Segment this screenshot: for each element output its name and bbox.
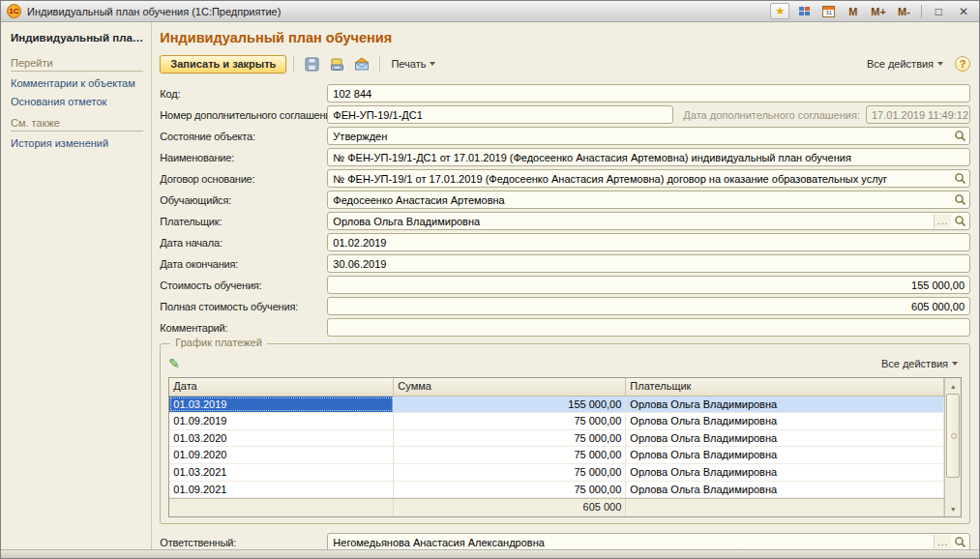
payer-label: Плательщик:: [160, 216, 327, 227]
scroll-up-icon[interactable]: ▲: [945, 378, 961, 394]
table-row[interactable]: 01.09.2019 75 000,00 Орлова Ольга Владим…: [169, 413, 944, 430]
print-label: Печать: [391, 58, 426, 70]
field-row-name: Наименование: № ФЕН-УП-19/1-ДС1 от 17.01…: [160, 148, 970, 166]
table-row[interactable]: 01.09.2020 75 000,00 Орлова Ольга Владим…: [169, 447, 944, 464]
column-header-payer[interactable]: Плательщик: [626, 378, 944, 396]
table-vertical-scrollbar[interactable]: ▲ ▼: [944, 378, 961, 516]
magnifier-icon[interactable]: [951, 214, 968, 228]
sidebar-link-mark-bases[interactable]: Основания отметок: [11, 96, 143, 107]
name-label: Наименование:: [160, 152, 327, 163]
sidebar-link-comments[interactable]: Комментарии к объектам: [11, 77, 143, 89]
start-date-field[interactable]: 01.02.2019: [327, 233, 970, 251]
1c-app-icon: 1С: [7, 4, 21, 18]
code-field[interactable]: 102 844: [327, 84, 970, 103]
chevron-down-icon: [430, 62, 435, 66]
main-toolbar: Записать и закрыть Печать: [160, 52, 970, 75]
field-row-start-date: Дата начала: 01.02.2019: [160, 233, 970, 251]
save-icon[interactable]: [301, 54, 322, 74]
window-title: Индивидуальный план обучения (1С:Предпри…: [27, 6, 281, 17]
field-row-end-date: Дата окончания: 30.06.2019: [160, 254, 970, 273]
scrollbar-thumb[interactable]: [946, 394, 960, 478]
envelope-icon[interactable]: [351, 54, 372, 74]
payment-schedule-toolbar: ✎ Все действия: [168, 354, 962, 373]
memory-plus-button[interactable]: M+: [868, 3, 889, 19]
toolbar-separator: [379, 56, 380, 72]
save-document-icon[interactable]: [326, 54, 347, 74]
close-button[interactable]: ✕: [954, 3, 973, 19]
field-row-payer: Плательщик: Орлова Ольга Владимировна ..…: [160, 212, 970, 230]
code-label: Код:: [160, 88, 327, 100]
column-header-amount[interactable]: Сумма: [394, 378, 626, 396]
cost-field[interactable]: 155 000,00: [327, 276, 970, 294]
all-actions-dropdown[interactable]: Все действия: [863, 58, 947, 70]
main-panel: Индивидуальный план обучения Записать и …: [152, 22, 980, 550]
responsible-label: Ответственный:: [160, 537, 327, 548]
calculator-icon[interactable]: [795, 3, 814, 19]
student-label: Обучающийся:: [160, 194, 327, 206]
cost-label: Стоимость обучения:: [160, 280, 327, 291]
table-header-row: Дата Сумма Плательщик: [169, 378, 944, 397]
titlebar-separator: [921, 5, 922, 18]
table-row[interactable]: 01.03.2020 75 000,00 Орлова Ольга Владим…: [169, 430, 944, 448]
page-title: Индивидуальный план обучения: [160, 30, 970, 45]
save-and-close-button[interactable]: Записать и закрыть: [160, 55, 286, 74]
field-row-student: Обучающийся: Федосеенко Анастасия Артемо…: [160, 191, 970, 209]
choose-button[interactable]: ...: [934, 535, 951, 549]
scroll-down-icon[interactable]: ▼: [945, 501, 961, 516]
table-row[interactable]: 01.09.2021 75 000,00 Орлова Ольга Владим…: [169, 482, 944, 499]
chevron-down-icon: [937, 62, 943, 66]
comment-field[interactable]: [327, 318, 970, 337]
payment-schedule-group: График платежей ✎ Все действия Дата: [160, 343, 970, 524]
star-icon: ★: [775, 6, 785, 16]
calendar-icon[interactable]: 31: [819, 3, 838, 19]
magnifier-icon[interactable]: [951, 535, 968, 549]
toolbar-separator: [293, 56, 294, 72]
memory-minus-button[interactable]: M-: [895, 3, 913, 19]
sidebar-section-goto: Перейти: [11, 57, 143, 72]
student-field[interactable]: Федосеенко Анастасия Артемовна: [327, 191, 970, 209]
favorites-icon[interactable]: ★: [770, 3, 789, 19]
sidebar-link-change-history[interactable]: История изменений: [11, 137, 143, 149]
agreement-date-field: 17.01.2019 11:49:12: [866, 105, 970, 124]
full-cost-field[interactable]: 605 000,00: [327, 297, 970, 315]
object-state-label: Состояние объекта:: [160, 131, 327, 142]
base-contract-label: Договор основание:: [160, 173, 327, 185]
payer-field[interactable]: Орлова Ольга Владимировна ...: [327, 212, 970, 230]
choose-button[interactable]: ...: [934, 214, 951, 228]
magnifier-icon[interactable]: [951, 129, 968, 143]
field-row-full-cost: Полная стоимость обучения: 605 000,00: [160, 297, 970, 315]
column-header-date[interactable]: Дата: [169, 378, 394, 396]
scrollbar-track[interactable]: [945, 394, 961, 501]
titlebar: 1С Индивидуальный план обучения (1С:Пред…: [1, 1, 979, 22]
maximize-button[interactable]: □: [930, 3, 948, 19]
object-state-field[interactable]: Утвержден: [327, 127, 970, 145]
agreement-date-label: Дата дополнительного соглашения:: [683, 109, 860, 121]
print-dropdown[interactable]: Печать: [387, 58, 439, 70]
magnifier-icon[interactable]: [951, 192, 968, 207]
app-window: 1С Индивидуальный план обучения (1С:Пред…: [0, 0, 980, 559]
sidebar-section-see-also: См. также: [11, 117, 143, 132]
field-row-base-contract: Договор основание: № ФЕН-УП-19/1 от 17.0…: [160, 169, 970, 188]
table-row[interactable]: 01.03.2019 155 000,00 Орлова Ольга Влади…: [169, 397, 944, 414]
field-row-agreement-number: Номер дополнительного соглашения: ФЕН-УП…: [160, 105, 970, 124]
schedule-all-actions-dropdown[interactable]: Все действия: [877, 358, 962, 369]
name-field[interactable]: № ФЕН-УП-19/1-ДС1 от 17.01.2019 (Федосее…: [327, 148, 970, 166]
table-footer-row: 605 000: [169, 498, 944, 516]
memory-button[interactable]: M: [844, 3, 862, 19]
sidebar-title: Индивидуальный пла…: [11, 32, 143, 44]
chevron-down-icon: [952, 362, 958, 366]
base-contract-field[interactable]: № ФЕН-УП-19/1 от 17.01.2019 (Федосеенко …: [327, 169, 970, 188]
magnifier-icon[interactable]: [951, 171, 968, 186]
window-bottom-edge: [1, 549, 979, 558]
payment-schedule-title: График платежей: [170, 337, 266, 348]
full-cost-label: Полная стоимость обучения:: [160, 301, 327, 312]
table-row[interactable]: 01.03.2021 75 000,00 Орлова Ольга Владим…: [169, 464, 944, 482]
agreement-number-field[interactable]: ФЕН-УП-19/1-ДС1: [327, 105, 673, 124]
field-row-cost: Стоимость обучения: 155 000,00: [160, 276, 970, 294]
end-date-label: Дата окончания:: [160, 258, 327, 270]
end-date-field[interactable]: 30.06.2019: [327, 254, 970, 273]
field-row-code: Код: 102 844: [160, 84, 970, 103]
edit-pencil-icon[interactable]: ✎: [168, 357, 180, 370]
field-row-object-state: Состояние объекта: Утвержден: [160, 127, 970, 145]
help-button[interactable]: ?: [955, 56, 970, 72]
